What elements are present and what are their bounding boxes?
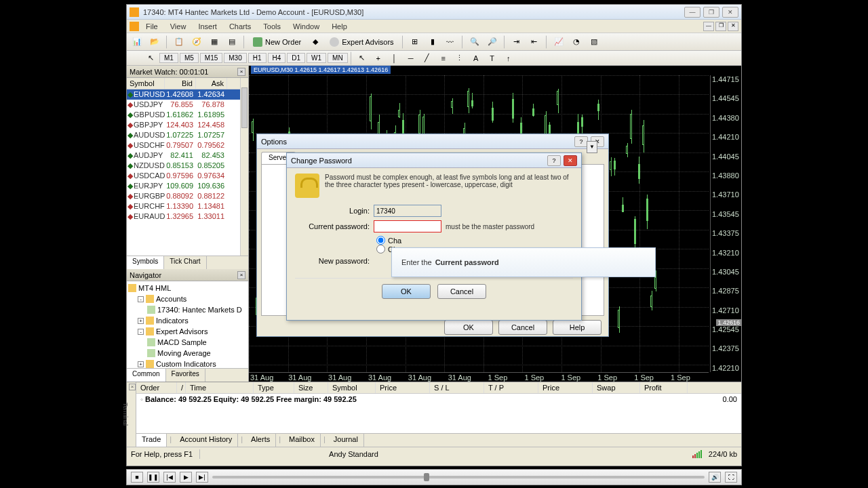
menu-help[interactable]: Help <box>326 21 353 32</box>
text-icon[interactable]: A <box>469 52 484 65</box>
mdi-minimize-button[interactable]: — <box>703 22 714 31</box>
pause-button[interactable]: ❚❚ <box>147 472 159 483</box>
current-password-field[interactable] <box>374 220 441 232</box>
tf-w1[interactable]: W1 <box>307 53 326 63</box>
tab-tick-chart[interactable]: Tick Chart <box>164 256 206 269</box>
stop-button[interactable]: ■ <box>131 472 143 483</box>
terminal-close-icon[interactable]: × <box>129 384 136 390</box>
candle-icon[interactable]: ▮ <box>425 35 440 49</box>
market-watch-row[interactable]: ◆USDCHF0.795070.79562 <box>127 140 240 150</box>
market-watch-row[interactable]: ◆EURGBP0.880920.88122 <box>127 191 240 201</box>
options-cancel-button[interactable]: Cancel <box>498 320 547 335</box>
chgpwd-titlebar[interactable]: Change Password ? ✕ <box>287 153 581 168</box>
col-symbol[interactable]: Symbol <box>127 78 165 89</box>
zoom-out-icon[interactable]: 🔎 <box>485 35 500 49</box>
col-ask[interactable]: Ask <box>196 78 227 89</box>
new-chart-icon[interactable]: 📊 <box>130 35 144 49</box>
cursor-icon[interactable]: ↖ <box>143 52 158 65</box>
market-watch-row[interactable]: ◆GBPUSD1.618621.61895 <box>127 110 240 120</box>
options-titlebar[interactable]: Options ? ✕ <box>257 134 608 149</box>
menu-file[interactable]: File <box>140 21 163 32</box>
menu-tools[interactable]: Tools <box>258 21 286 32</box>
options-help-button[interactable]: Help <box>553 320 601 335</box>
expert-advisors-button[interactable]: Expert Advisors <box>326 35 397 49</box>
market-watch-row[interactable]: ◆USDJPY76.85576.878 <box>127 100 240 110</box>
server-dropdown-icon[interactable]: ▼ <box>587 141 597 153</box>
terminal-col[interactable]: Price <box>538 382 593 393</box>
tf-m5[interactable]: M5 <box>180 53 199 63</box>
chgpwd-close-icon[interactable]: ✕ <box>564 155 577 166</box>
terminal-tab[interactable]: Journal <box>328 434 364 447</box>
channel-icon[interactable]: ≡ <box>436 52 451 65</box>
tester-icon[interactable]: ▤ <box>224 35 239 49</box>
fullscreen-icon[interactable]: ⛶ <box>725 472 737 483</box>
tree-indicators[interactable]: +Indicators <box>138 315 247 326</box>
bar-chart-icon[interactable]: ⊞ <box>408 35 422 49</box>
terminal-col[interactable]: Symbol <box>328 382 376 393</box>
trendline-icon[interactable]: ╱ <box>420 52 435 65</box>
market-watch-icon[interactable]: 📋 <box>172 35 186 49</box>
terminal-col[interactable]: T / P <box>484 382 538 393</box>
tree-root[interactable]: MT4 HML <box>128 283 247 293</box>
menu-view[interactable]: View <box>165 21 192 32</box>
vline-icon[interactable]: │ <box>387 52 402 65</box>
volume-icon[interactable]: 🔊 <box>709 472 721 483</box>
terminal-tab[interactable]: Trade <box>136 434 167 447</box>
market-watch-row[interactable]: ◆EURUSD1.426081.42634 <box>127 89 240 100</box>
minimize-button[interactable]: — <box>684 7 701 18</box>
terminal-col[interactable]: Size <box>294 382 328 393</box>
terminal-tab[interactable]: Account History <box>174 434 238 447</box>
tf-h1[interactable]: H1 <box>248 53 267 63</box>
market-watch-row[interactable]: ◆AUDJPY82.41182.453 <box>127 150 240 161</box>
market-watch-row[interactable]: ◆EURCHF1.133901.13481 <box>127 201 240 211</box>
chgpwd-cancel-button[interactable]: Cancel <box>437 284 486 299</box>
meta-editor-icon[interactable]: ◆ <box>308 35 323 49</box>
shift-icon[interactable]: ⇤ <box>527 35 542 49</box>
market-watch-row[interactable]: ◆AUDUSD1.072251.07257 <box>127 130 240 140</box>
tf-m30[interactable]: M30 <box>224 53 246 63</box>
menu-insert[interactable]: Insert <box>193 21 222 32</box>
play-button[interactable]: ▶ <box>180 472 192 483</box>
mdi-close-button[interactable]: ✕ <box>728 22 738 31</box>
tf-h4[interactable]: H4 <box>268 53 286 63</box>
chgpwd-ok-button[interactable]: OK <box>382 284 431 299</box>
label-icon[interactable]: T <box>485 52 500 65</box>
terminal-tab[interactable]: Alerts <box>245 434 276 447</box>
market-watch-scrollbar[interactable] <box>240 78 248 256</box>
market-watch-row[interactable]: ◆USDCAD0.975960.97634 <box>127 171 240 181</box>
line-chart-icon[interactable]: 〰 <box>443 35 458 49</box>
auto-scroll-icon[interactable]: ⇥ <box>509 35 524 49</box>
terminal-icon[interactable]: ▦ <box>207 35 222 49</box>
radio-change-master[interactable]: Cha <box>376 236 573 245</box>
tree-custom[interactable]: +Custom Indicators <box>138 359 247 368</box>
market-watch-close-icon[interactable]: × <box>237 68 245 76</box>
navigator-close-icon[interactable]: × <box>237 271 245 279</box>
terminal-col[interactable]: Swap <box>593 382 640 393</box>
maximize-button[interactable]: ❐ <box>703 7 719 18</box>
arrows-icon[interactable]: ↑ <box>501 52 516 65</box>
menu-charts[interactable]: Charts <box>224 21 256 32</box>
tf-d1[interactable]: D1 <box>287 53 305 63</box>
profile-icon[interactable]: 📂 <box>147 35 162 49</box>
tf-mn[interactable]: MN <box>328 53 348 63</box>
terminal-col[interactable]: Type <box>254 382 294 393</box>
titlebar[interactable]: 17340: MT4 Hantec Markets Ltd - Demo Acc… <box>127 5 741 20</box>
menu-window[interactable]: Window <box>288 21 325 32</box>
templates-icon[interactable]: ▧ <box>587 35 601 49</box>
arrow-tool-icon[interactable]: ↖ <box>355 52 370 65</box>
market-watch-row[interactable]: ◆NZDUSD0.851530.85205 <box>127 161 240 171</box>
tree-ma[interactable]: Moving Average <box>147 348 247 359</box>
seek-slider[interactable] <box>212 476 705 479</box>
zoom-in-icon[interactable]: 🔍 <box>467 35 482 49</box>
close-button[interactable]: ✕ <box>722 7 738 18</box>
new-order-button[interactable]: New Order <box>249 35 305 49</box>
tree-account-item[interactable]: 17340: Hantec Markets D <box>147 304 247 315</box>
market-watch-row[interactable]: ◆EURAUD1.329651.33011 <box>127 211 240 222</box>
col-bid[interactable]: Bid <box>165 78 196 89</box>
terminal-col[interactable]: Order <box>136 382 177 393</box>
tree-accounts[interactable]: -Accounts <box>138 293 247 304</box>
periods-icon[interactable]: ◔ <box>569 35 584 49</box>
options-help-icon[interactable]: ? <box>574 136 588 147</box>
chgpwd-help-icon[interactable]: ? <box>547 155 561 166</box>
tab-common[interactable]: Common <box>127 369 166 382</box>
